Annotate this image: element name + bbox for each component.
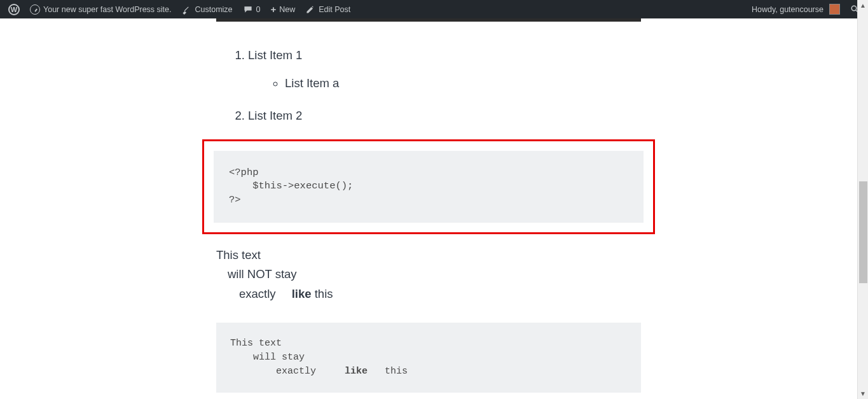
admin-bar-right: Howdy, gutencourse [747,0,865,18]
wp-admin-bar: W Your new super fast WordPress site. Cu… [0,0,868,18]
code-block: <?php $this->execute(); ?> [214,151,644,223]
page-content-area: List Item 1 List Item a List Item 2 <?ph… [0,18,857,399]
howdy-text: Howdy, gutencourse [752,5,823,14]
wordpress-logo-icon: W [8,4,20,15]
my-account-menu[interactable]: Howdy, gutencourse [747,0,845,18]
comment-icon [243,4,253,15]
pencil-icon [305,4,315,15]
list-item-text: List Item 1 [248,48,302,62]
text-line: This text [216,246,641,265]
text-line: exactly like this [216,284,641,304]
ordered-list: List Item 1 List Item a List Item 2 [248,46,641,125]
list-item: List Item a [285,74,641,93]
list-item: List Item 1 List Item a [248,46,641,92]
dashboard-icon [30,4,40,15]
dark-strip [216,18,641,22]
list-item-text: List Item a [285,76,339,90]
vertical-scrollbar[interactable]: ▲ ▼ [857,0,868,399]
site-name-menu[interactable]: Your new super fast WordPress site. [25,0,176,18]
post-content: List Item 1 List Item a List Item 2 <?ph… [216,18,641,399]
user-avatar-icon [829,4,840,15]
text-line: will NOT stay [216,265,641,284]
collapsed-whitespace-paragraph: This text will NOT stay exactly like thi… [216,246,641,304]
comments-count: 0 [256,5,261,14]
bold-text: like [292,287,312,300]
edit-post-link[interactable]: Edit Post [300,0,355,18]
unordered-sublist: List Item a [285,74,641,93]
wp-logo-menu[interactable]: W [3,0,25,18]
site-title: Your new super fast WordPress site. [43,5,171,14]
new-content-menu[interactable]: + New [265,0,300,18]
list-item: List Item 2 [248,106,641,125]
customize-link[interactable]: Customize [176,0,237,18]
admin-bar-left: W Your new super fast WordPress site. Cu… [3,0,355,18]
preformatted-block: This text will stay exactly like this [216,323,641,392]
scroll-down-arrow-icon[interactable]: ▼ [858,388,868,399]
edit-post-label: Edit Post [319,5,350,14]
list-item-text: List Item 2 [248,109,302,122]
scrollbar-thumb[interactable] [859,181,867,283]
bold-text: like [345,366,368,377]
new-label: New [279,5,295,14]
highlighted-code-region: <?php $this->execute(); ?> [202,139,655,234]
customize-label: Customize [195,5,232,14]
comments-link[interactable]: 0 [238,0,266,18]
brush-icon [181,4,191,15]
plus-icon: + [270,4,276,15]
scroll-up-arrow-icon[interactable]: ▲ [858,0,868,11]
svg-point-0 [851,6,857,11]
